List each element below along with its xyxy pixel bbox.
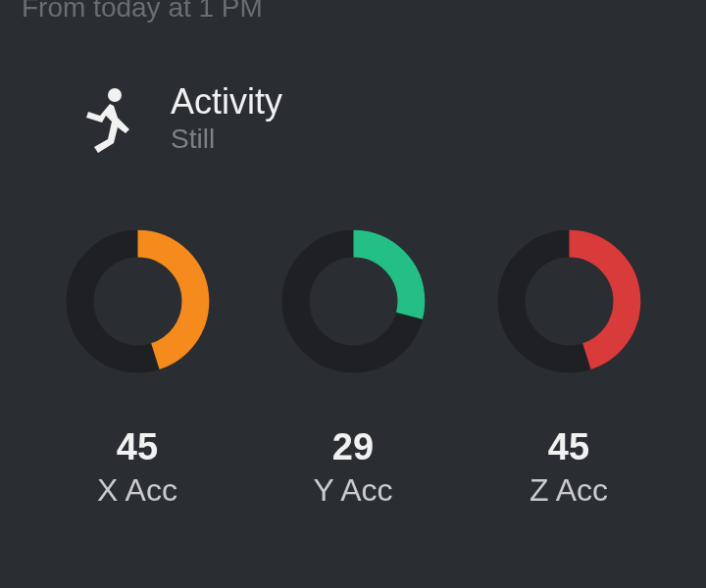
gauge-label-y: Y Acc	[313, 472, 392, 509]
gauge-label-x: X Acc	[97, 472, 177, 509]
gauge-donut-y	[277, 225, 429, 377]
gauge-label-z: Z Acc	[530, 472, 608, 509]
gauge-value-z: 45	[548, 426, 589, 468]
gauges-row: 45 X Acc 29 Y Acc 45 Z Acc	[0, 225, 706, 509]
activity-status: Still	[171, 123, 282, 155]
gauge-x: 45 X Acc	[62, 225, 214, 509]
gauge-donut-x	[62, 225, 214, 377]
svg-point-0	[108, 88, 122, 102]
running-person-icon	[76, 86, 135, 159]
gauge-y: 29 Y Acc	[277, 225, 429, 509]
gauge-z: 45 Z Acc	[493, 225, 645, 509]
activity-header: Activity Still	[76, 82, 282, 159]
gauge-value-y: 29	[332, 426, 374, 468]
gauge-value-x: 45	[117, 426, 158, 468]
gauge-donut-z	[493, 225, 645, 377]
activity-title: Activity	[171, 82, 282, 122]
time-range-label: From today at 1 PM	[22, 0, 263, 24]
